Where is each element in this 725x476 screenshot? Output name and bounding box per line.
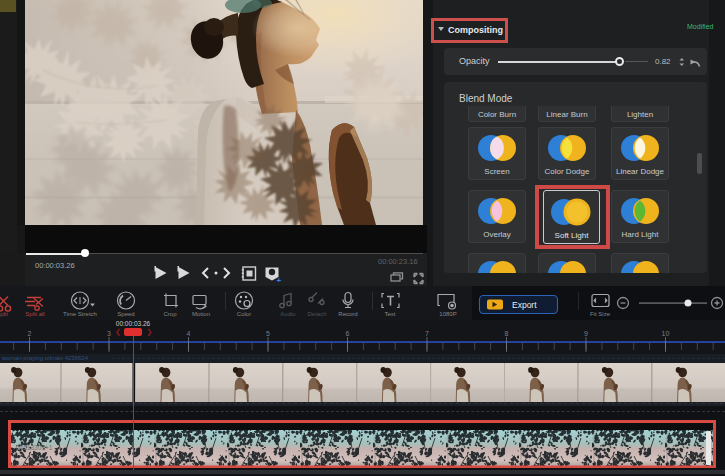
svg-text:Split: Split bbox=[0, 311, 8, 317]
svg-text:8: 8 bbox=[505, 330, 509, 337]
svg-text:7: 7 bbox=[425, 330, 429, 337]
svg-text:Split all: Split all bbox=[25, 311, 44, 317]
svg-text:5: 5 bbox=[266, 330, 270, 337]
svg-text:Audio: Audio bbox=[280, 311, 296, 317]
svg-text:9: 9 bbox=[584, 330, 588, 337]
svg-text:4: 4 bbox=[187, 330, 191, 337]
svg-text:6: 6 bbox=[346, 330, 350, 337]
svg-text:Motion: Motion bbox=[192, 311, 210, 317]
svg-text:Color: Color bbox=[237, 311, 251, 317]
svg-text:3: 3 bbox=[107, 330, 111, 337]
svg-text:04513309+1: 04513309+1 bbox=[16, 444, 53, 451]
svg-text:Text: Text bbox=[384, 311, 395, 317]
svg-text:Time Stretch: Time Stretch bbox=[63, 311, 97, 317]
svg-text:+: + bbox=[277, 276, 282, 285]
svg-text:Detach: Detach bbox=[307, 311, 326, 317]
svg-text:Speed: Speed bbox=[117, 311, 134, 317]
svg-text:1080P: 1080P bbox=[439, 311, 456, 317]
svg-text:2: 2 bbox=[28, 330, 32, 337]
svg-text:Crop: Crop bbox=[163, 311, 177, 317]
svg-text:10: 10 bbox=[662, 330, 670, 337]
svg-text:Fit Size: Fit Size bbox=[590, 311, 611, 317]
svg-text:Record: Record bbox=[338, 311, 357, 317]
svg-text:Export: Export bbox=[512, 300, 537, 310]
